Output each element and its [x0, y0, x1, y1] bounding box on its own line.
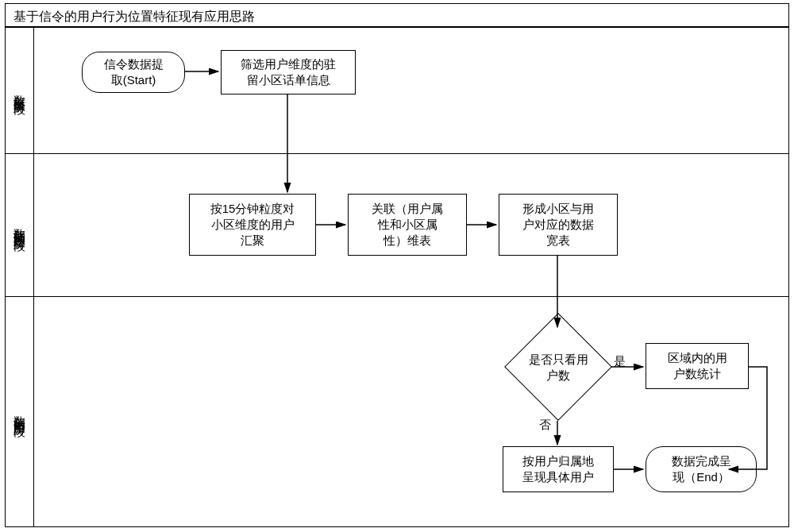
lane-extract: 数据提取阶段 信令数据提 取(Start) 筛选用户维度的驻 留小区话单信息	[5, 27, 789, 154]
edge-label-no: 否	[539, 418, 551, 433]
lane-preprocess-label: 数据的预处理阶段	[6, 154, 34, 296]
decision-only-user-count: 是否只看用 户数	[520, 329, 596, 405]
start-terminator: 信令数据提 取(Start)	[82, 52, 185, 93]
end-terminator: 数据完成呈 现（End）	[646, 446, 757, 492]
process-region-user-count: 区域内的用 户数统计	[646, 343, 749, 389]
lane-apply: 数据的应用阶段 是否只看用 户数 区域内的用 户数统计 按用户归属地 呈现具体用…	[5, 297, 789, 527]
title-text: 基于信令的用户行为位置特征现有应用思路	[13, 10, 255, 23]
lane-preprocess: 数据的预处理阶段 按15分钟粒度对 小区维度的用户 汇聚 关联（用户属 性和小区…	[5, 154, 789, 297]
swimlane-container: 数据提取阶段 信令数据提 取(Start) 筛选用户维度的驻 留小区话单信息 数…	[5, 27, 789, 527]
process-15min-aggregate: 按15分钟粒度对 小区维度的用户 汇聚	[189, 194, 316, 256]
edge-label-yes: 是	[614, 354, 626, 369]
process-join-dimension-tables: 关联（用户属 性和小区属 性）维表	[348, 194, 467, 256]
process-form-wide-table: 形成小区与用 户对应的数据 宽表	[499, 194, 618, 256]
diagram-title: 基于信令的用户行为位置特征现有应用思路	[5, 3, 789, 27]
process-present-by-home-location: 按用户归属地 呈现具体用户	[503, 446, 614, 492]
process-filter-user-cell-records: 筛选用户维度的驻 留小区话单信息	[221, 50, 356, 94]
lane-apply-label: 数据的应用阶段	[6, 297, 34, 526]
lane-extract-label: 数据提取阶段	[6, 28, 34, 153]
